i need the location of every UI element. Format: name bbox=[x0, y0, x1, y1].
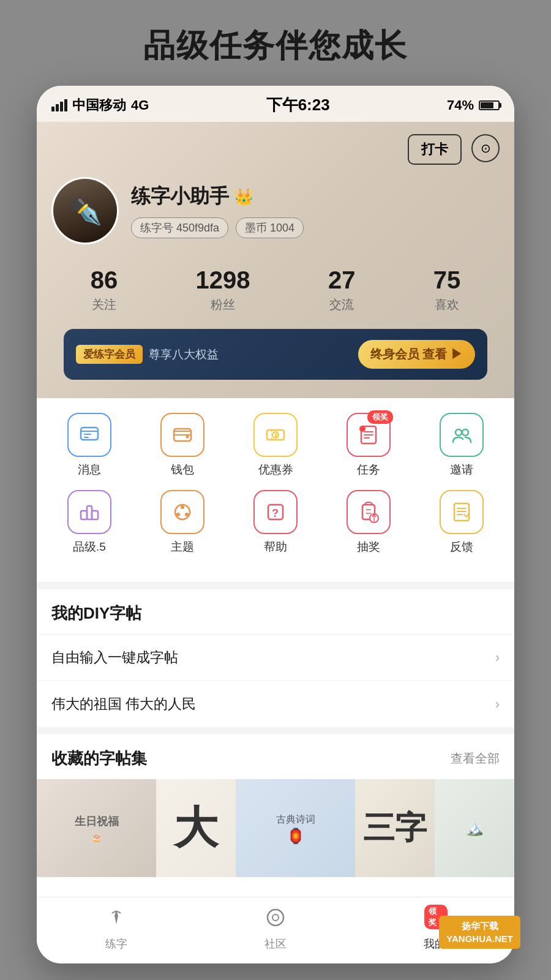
diy-section-title: 我的DIY字帖 bbox=[37, 589, 514, 635]
collection-images: 生日祝福 🎂 大 古典诗词 🏮 bbox=[37, 779, 514, 889]
profile-top-row: 打卡 ⊙ bbox=[51, 134, 500, 165]
theme-icon bbox=[160, 490, 204, 534]
icon-invite[interactable]: 邀请 bbox=[431, 413, 492, 478]
collection-header: 收藏的字帖集 查看全部 bbox=[37, 734, 514, 779]
practice-icon bbox=[106, 907, 127, 933]
collection-section: 收藏的字帖集 查看全部 生日祝福 🎂 大 bbox=[37, 734, 514, 889]
collection-thumb-birthday[interactable]: 生日祝福 🎂 bbox=[37, 779, 156, 877]
icon-task[interactable]: 领奖 任务 bbox=[338, 413, 399, 478]
signal-icon bbox=[51, 99, 67, 111]
icon-coupon[interactable]: ¥ 优惠券 bbox=[245, 413, 306, 478]
task-icon: 领奖 bbox=[347, 413, 391, 457]
nav-community[interactable]: 社区 bbox=[251, 907, 300, 951]
help-icon: ? bbox=[253, 490, 298, 534]
crown-icon: 👑 bbox=[234, 187, 253, 206]
svg-point-22 bbox=[181, 505, 184, 509]
icon-theme[interactable]: 主题 bbox=[152, 490, 213, 555]
svg-text:?: ? bbox=[272, 507, 279, 519]
view-all-button[interactable]: 查看全部 bbox=[451, 750, 500, 767]
icons-section: 消息 钱包 bbox=[37, 398, 514, 582]
icon-lottery[interactable]: 抽奖 bbox=[338, 490, 399, 555]
status-time: 下午6:23 bbox=[266, 94, 330, 116]
svg-text:¥: ¥ bbox=[274, 432, 278, 439]
stat-exchange[interactable]: 27 交流 bbox=[328, 266, 356, 313]
battery-icon bbox=[479, 100, 500, 110]
svg-point-24 bbox=[176, 513, 180, 516]
svg-point-6 bbox=[186, 435, 189, 439]
watermark: 扬华下载YANGHUA.NET bbox=[439, 916, 520, 949]
vip-banner: 爱练字会员 尊享八大权益 终身会员 查看 ▶ bbox=[64, 329, 487, 380]
svg-point-17 bbox=[462, 429, 468, 435]
content-area: 消息 钱包 bbox=[37, 398, 514, 889]
stat-likes[interactable]: 75 喜欢 bbox=[433, 266, 461, 313]
icon-message[interactable]: 消息 bbox=[59, 413, 120, 478]
profile-tags: 练字号 450f9dfa 墨币 1004 bbox=[131, 217, 500, 238]
vip-badge: 爱练字会员 bbox=[76, 345, 143, 364]
diy-item-2[interactable]: 伟大的祖国 伟大的人民 › bbox=[37, 681, 514, 727]
phone-frame: 中国移动 4G 下午6:23 74% 打卡 ⊙ bbox=[37, 86, 514, 963]
svg-rect-18 bbox=[81, 511, 87, 519]
profile-name: 练字小助手 👑 bbox=[131, 183, 500, 210]
invite-icon bbox=[440, 413, 484, 457]
icons-row-2: 品级.5 主题 bbox=[43, 490, 508, 555]
icon-grade[interactable]: 品级.5 bbox=[59, 490, 120, 555]
coins-tag: 墨币 1004 bbox=[236, 217, 304, 238]
svg-point-34 bbox=[268, 910, 283, 925]
community-icon bbox=[265, 907, 286, 933]
stat-following[interactable]: 86 关注 bbox=[91, 266, 118, 313]
page-title: 品级任务伴您成长 bbox=[37, 0, 514, 86]
vip-cta-button[interactable]: 终身会员 查看 ▶ bbox=[358, 340, 475, 369]
avatar-inner: ✒️ bbox=[53, 179, 117, 243]
checkin-button[interactable]: 打卡 bbox=[408, 134, 462, 165]
stat-fans[interactable]: 1298 粉丝 bbox=[196, 266, 250, 313]
task-badge: 领奖 bbox=[367, 410, 393, 424]
user-id-tag: 练字号 450f9dfa bbox=[131, 217, 228, 238]
collection-thumb-landscape[interactable]: 🏔️ bbox=[435, 779, 514, 877]
nav-practice[interactable]: 练字 bbox=[92, 907, 141, 951]
collection-thumb-da[interactable]: 大 bbox=[156, 779, 236, 877]
page-container: 品级任务伴您成长 中国移动 4G 下午6:23 74% bbox=[37, 0, 514, 980]
coupon-icon: ¥ bbox=[253, 413, 298, 457]
profile-header: 打卡 ⊙ ✒️ 练字小助手 👑 练字号 450f9dfa 墨 bbox=[37, 122, 514, 398]
svg-point-35 bbox=[272, 914, 279, 921]
vip-left: 爱练字会员 尊享八大权益 bbox=[76, 345, 219, 364]
wallet-icon bbox=[160, 413, 204, 457]
profile-name-area: 练字小助手 👑 练字号 450f9dfa 墨币 1004 bbox=[131, 183, 500, 238]
collection-thumb-poem[interactable]: 古典诗词 🏮 bbox=[236, 779, 355, 877]
vip-desc: 尊享八大权益 bbox=[149, 347, 219, 363]
icon-wallet[interactable]: 钱包 bbox=[152, 413, 213, 478]
svg-rect-20 bbox=[87, 506, 92, 519]
lottery-icon bbox=[347, 490, 391, 534]
status-bar: 中国移动 4G 下午6:23 74% bbox=[37, 86, 514, 122]
svg-point-15 bbox=[359, 426, 365, 432]
stats-row: 86 关注 1298 粉丝 27 交流 75 喜欢 bbox=[51, 254, 500, 319]
diy-section: 我的DIY字帖 自由输入一键成字帖 › 伟大的祖国 伟大的人民 › bbox=[37, 589, 514, 727]
svg-rect-19 bbox=[92, 511, 98, 519]
feedback-icon bbox=[440, 490, 484, 534]
collection-thumb-three[interactable]: 三字 bbox=[355, 779, 435, 877]
status-left: 中国移动 4G bbox=[51, 96, 149, 115]
icon-help[interactable]: ? 帮助 bbox=[245, 490, 306, 555]
avatar: ✒️ bbox=[51, 177, 119, 244]
chevron-icon-1: › bbox=[495, 650, 500, 666]
profile-info-row: ✒️ 练字小助手 👑 练字号 450f9dfa 墨币 1004 bbox=[51, 177, 500, 244]
icon-feedback[interactable]: 反馈 bbox=[431, 490, 492, 555]
diy-item-1[interactable]: 自由输入一键成字帖 › bbox=[37, 635, 514, 681]
status-right: 74% bbox=[447, 97, 500, 113]
carrier-text: 中国移动 bbox=[72, 96, 126, 115]
collection-title: 收藏的字帖集 bbox=[51, 748, 147, 769]
icons-row-1: 消息 钱包 bbox=[43, 413, 508, 478]
message-icon bbox=[67, 413, 111, 457]
svg-point-23 bbox=[185, 513, 189, 516]
network-text: 4G bbox=[131, 97, 149, 113]
camera-icon[interactable]: ⊙ bbox=[471, 134, 500, 162]
battery-percent: 74% bbox=[447, 97, 474, 113]
svg-rect-5 bbox=[174, 431, 191, 435]
chevron-icon-2: › bbox=[495, 696, 500, 712]
grade-icon bbox=[67, 490, 111, 534]
svg-point-16 bbox=[455, 429, 462, 435]
